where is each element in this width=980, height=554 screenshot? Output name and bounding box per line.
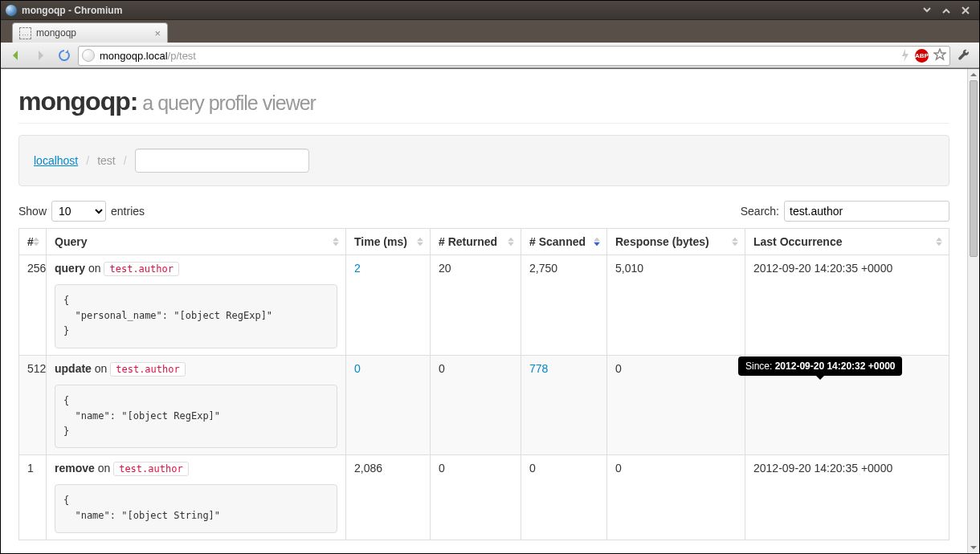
tab-title: mongoqp	[36, 27, 76, 39]
col-header-num[interactable]: #	[19, 229, 47, 255]
tooltip-label: Since:	[745, 361, 775, 372]
site-identity-icon[interactable]	[82, 49, 95, 62]
cell-last-occurrence: 2012-09-20 14:20:35 +0000	[745, 255, 949, 356]
cell-response: 0	[607, 455, 745, 540]
time-link[interactable]: 0	[354, 362, 361, 375]
col-header-query[interactable]: Query	[47, 229, 346, 255]
instant-icon	[900, 49, 910, 62]
cell-returned: 20	[431, 255, 521, 356]
breadcrumb: localhost / test /	[18, 135, 949, 186]
chromium-icon	[6, 5, 17, 16]
col-header-response[interactable]: Response (bytes)	[607, 229, 745, 255]
browser-tabstrip: … mongoqp ×	[1, 20, 979, 43]
cell-query: remove on test.author{ "name": "[object …	[47, 455, 346, 540]
query-on-text: on	[92, 362, 110, 375]
datatable-filter: Search:	[741, 201, 949, 222]
tab-close-button[interactable]: ×	[154, 27, 161, 39]
filter-label: Search:	[741, 205, 779, 218]
query-code: { "name": "[object String]"	[55, 484, 337, 532]
page-viewport: mongoqp: a query profile viewer localhos…	[1, 68, 979, 553]
query-op: update	[55, 362, 92, 375]
cell-time: 2	[346, 255, 431, 356]
collection-label: test.author	[113, 462, 188, 476]
time-link[interactable]: 2	[354, 262, 361, 275]
breadcrumb-root-link[interactable]: localhost	[34, 154, 78, 167]
tooltip: Since: 2012-09-20 14:20:32 +0000	[738, 356, 902, 376]
length-select[interactable]: 10	[51, 201, 106, 222]
cell-num: 512	[19, 355, 47, 455]
datatable-controls: Show 10 entries Search:	[18, 201, 949, 222]
wrench-menu-button[interactable]	[953, 46, 974, 65]
table-header-row: # Query Time (ms) # Returned # Scanned R…	[19, 229, 949, 255]
browser-tab[interactable]: … mongoqp ×	[12, 22, 168, 43]
page-title: mongoqp: a query profile viewer	[18, 87, 949, 124]
query-op: query	[55, 262, 85, 275]
breadcrumb-current: test	[97, 154, 116, 167]
window-close-button[interactable]	[957, 4, 974, 17]
table-row: 1remove on test.author{ "name": "[object…	[19, 455, 949, 540]
datatable-length: Show 10 entries	[18, 201, 145, 222]
collection-label: test.author	[104, 262, 178, 276]
col-header-time[interactable]: Time (ms)	[346, 229, 431, 255]
back-button[interactable]	[6, 46, 27, 65]
cell-scanned: 2,750	[521, 255, 607, 356]
cell-response: 0	[607, 355, 745, 455]
length-label-post: entries	[111, 205, 145, 218]
table-row: 256query on test.author{ "personal_name"…	[19, 255, 949, 356]
profile-table: # Query Time (ms) # Returned # Scanned R…	[18, 228, 949, 540]
breadcrumb-separator: /	[86, 154, 89, 167]
col-header-scanned[interactable]: # Scanned	[521, 229, 607, 255]
search-input[interactable]	[784, 201, 949, 222]
length-label-pre: Show	[18, 205, 47, 218]
tooltip-value: 2012-09-20 14:20:32 +0000	[775, 361, 896, 372]
vertical-scrollbar[interactable]	[967, 69, 979, 553]
query-op: remove	[55, 462, 95, 475]
query-on-text: on	[95, 462, 113, 475]
scroll-down-button[interactable]	[968, 542, 979, 553]
cell-num: 256	[19, 255, 47, 356]
breadcrumb-separator: /	[124, 154, 127, 167]
abp-icon[interactable]: ABP	[915, 49, 929, 63]
cell-returned: 0	[431, 355, 521, 455]
collection-label: test.author	[110, 362, 185, 377]
col-header-last[interactable]: Last Occurrence	[745, 229, 949, 255]
window-minimize-button[interactable]	[918, 4, 936, 17]
cell-time: 0	[346, 355, 431, 455]
col-header-returned[interactable]: # Returned	[431, 229, 521, 255]
cell-query: update on test.author{ "name": "[object …	[47, 355, 346, 455]
url-text: mongoqp.local/p/test	[100, 50, 896, 62]
cell-num: 1	[19, 455, 47, 540]
window-titlebar: mongoqp - Chromium	[1, 1, 979, 20]
breadcrumb-input[interactable]	[135, 149, 309, 173]
scroll-up-button[interactable]	[968, 69, 979, 80]
cell-scanned: 778	[521, 355, 607, 455]
cell-response: 5,010	[607, 255, 745, 356]
cell-returned: 0	[431, 455, 521, 540]
query-on-text: on	[85, 262, 104, 275]
window-title: mongoqp - Chromium	[22, 5, 122, 16]
favicon-icon: …	[19, 27, 31, 39]
scrollbar-thumb[interactable]	[970, 80, 978, 257]
browser-toolbar: mongoqp.local/p/test ABP	[1, 43, 979, 68]
address-bar[interactable]: mongoqp.local/p/test ABP	[78, 46, 950, 66]
window-maximize-button[interactable]	[937, 4, 955, 17]
query-code: { "name": "[object RegExp]" }	[55, 385, 337, 449]
cell-query: query on test.author{ "personal_name": "…	[47, 255, 346, 356]
cell-scanned: 0	[521, 455, 607, 540]
query-code: { "personal_name": "[object RegExp]" }	[55, 284, 337, 348]
bookmark-star-icon[interactable]	[933, 48, 946, 63]
scanned-link[interactable]: 778	[529, 362, 548, 375]
cell-last-occurrence: 2012-09-20 14:20:35 +0000	[745, 455, 949, 540]
reload-button[interactable]	[54, 46, 75, 65]
forward-button[interactable]	[30, 46, 51, 65]
cell-time: 2,086	[346, 455, 431, 540]
